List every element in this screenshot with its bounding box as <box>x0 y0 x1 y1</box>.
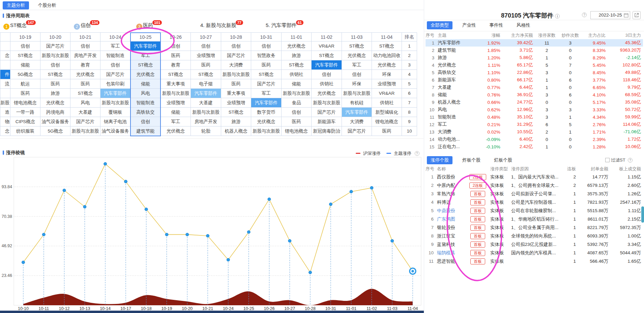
concept-cell[interactable]: 念 <box>0 126 10 136</box>
concept-cell[interactable]: 医药 <box>10 89 40 98</box>
concept-cell[interactable]: 军工 <box>161 117 191 126</box>
concept-cell[interactable]: ST概念 <box>312 51 342 60</box>
column-header[interactable]: 排名 <box>402 33 417 41</box>
stock-col-header[interactable]: 涨停类型 <box>489 165 510 173</box>
concept-cell[interactable]: 信创 <box>130 117 161 126</box>
concept-cell[interactable]: 纺织服装 <box>10 126 40 136</box>
concept-cell[interactable]: 环保 <box>372 70 402 79</box>
concept-cell[interactable]: 食品 <box>282 98 312 108</box>
concept-cell[interactable]: ST概念 <box>282 60 312 70</box>
concept-cell[interactable]: 储能 <box>161 108 191 117</box>
column-header[interactable]: 10-31 <box>251 33 282 41</box>
concept-cell[interactable]: 医药 <box>221 79 251 89</box>
concept-cell[interactable]: 国产芯片 <box>251 79 282 89</box>
concept-cell[interactable]: 信创 <box>282 108 312 117</box>
concept-cell[interactable]: 国产芯片 <box>100 70 130 79</box>
concept-cell[interactable]: 信创 <box>161 41 191 51</box>
stock-name-cell[interactable]: 思进智能 <box>436 257 467 265</box>
data-marker[interactable] <box>206 234 209 237</box>
data-marker[interactable] <box>268 198 271 201</box>
column-header[interactable]: 10-28 <box>221 33 251 41</box>
type-tab-2[interactable]: 产业性 <box>459 21 480 29</box>
theme-row[interactable]: 4光伏概念1.11%65.17亿575.45%102.80亿 <box>426 61 643 69</box>
tab-stock-analysis[interactable]: 个股分析 <box>34 1 60 9</box>
concept-cell[interactable]: CIPS概念 <box>10 117 40 126</box>
concept-cell[interactable]: ST概念 <box>10 51 40 60</box>
tab-theme-analysis[interactable]: 主题分析 <box>3 1 29 9</box>
theme-row[interactable]: 2建筑节能1.85%3.71亿208.33%9363.20万 <box>426 47 643 54</box>
concept-cell[interactable]: 信创 <box>312 70 342 79</box>
stock-tab-3[interactable]: 烂板个股 <box>490 156 516 164</box>
concept-cell[interactable]: 油气设备服务 <box>40 117 70 126</box>
concept-cell[interactable]: 信创 <box>221 41 251 51</box>
stock-col-header[interactable] <box>467 165 489 173</box>
column-header[interactable]: 11-02 <box>312 33 342 41</box>
stock-name-cell[interactable]: 浙江世宝 <box>436 232 467 240</box>
concept-cell[interactable]: 医药 <box>40 79 70 89</box>
concept-cell[interactable]: 业绩预增 <box>372 79 402 89</box>
column-header[interactable]: 11-04 <box>372 33 402 41</box>
column-header[interactable]: 10-20 <box>40 33 70 41</box>
concept-cell[interactable]: 动力电池回收 <box>372 51 402 60</box>
theme-row[interactable]: 12军工0.21%31.29亿652.76%114.06亿 <box>426 121 643 128</box>
stock-name-cell[interactable]: 常熟汽饰 <box>436 190 467 198</box>
concept-cell[interactable]: 大基建 <box>191 98 221 108</box>
filter-st-checkbox[interactable]: 过滤ST ? <box>605 157 633 163</box>
concept-cell[interactable]: 光伏概念 <box>312 89 342 98</box>
concept-cell[interactable]: 信创 <box>100 60 130 70</box>
concept-cell[interactable]: 业绩预增 <box>191 51 221 60</box>
theme-col-header[interactable]: 涨幅 <box>480 32 502 39</box>
concept-cell[interactable]: 新股与次新股 <box>251 126 282 136</box>
concept-cell[interactable]: 油气设备服务 <box>100 126 130 136</box>
concept-cell[interactable]: 建筑节能 <box>130 126 161 136</box>
checkbox-icon[interactable] <box>605 158 610 162</box>
concept-cell[interactable]: 国产芯片 <box>312 108 342 117</box>
concept-cell[interactable]: 高铁轨交 <box>130 108 161 117</box>
concept-cell[interactable]: 信创 <box>342 70 372 79</box>
stock-col-header[interactable]: 封单金额 <box>578 165 610 173</box>
date-picker[interactable]: 2022-10-25 <box>590 11 630 19</box>
concept-cell[interactable]: 供销社 <box>312 79 342 89</box>
concept-cell[interactable]: 医药 <box>372 126 402 136</box>
rank-cell[interactable]: 8 <box>402 108 417 117</box>
concept-cell[interactable]: 新股 <box>0 98 10 108</box>
theme-row[interactable]: 13大消费0.02%10.55亿211.71%-71.06亿 <box>426 128 643 136</box>
concept-cell[interactable]: 汽车零部件 <box>312 60 342 70</box>
concept-cell[interactable]: 大基建 <box>70 108 100 117</box>
concept-cell[interactable]: 光伏概念 <box>372 60 402 70</box>
concept-cell[interactable]: 新股与次新股 <box>100 98 130 108</box>
concept-cell[interactable]: 新能源车 <box>312 117 342 126</box>
concept-cell[interactable]: ST概念 <box>251 70 282 79</box>
data-marker[interactable] <box>227 258 230 261</box>
rank-cell[interactable]: 1 <box>402 41 417 51</box>
concept-cell[interactable]: 教育 <box>161 60 191 70</box>
stock-name-cell[interactable]: 蓝黛科技 <box>436 240 467 249</box>
concept-cell[interactable]: ST概念 <box>342 41 372 51</box>
concept-cell[interactable]: 新股与次新股 <box>221 70 251 79</box>
concept-cell[interactable]: ST概念 <box>40 70 70 79</box>
stock-row[interactable]: 6广东鸿图首板实体板1、华南地区铝压铸行...18611.01万2.15亿 <box>426 215 643 223</box>
stock-row[interactable]: 10瑞鹄模具首板实体板国内领先的汽车模具...14087.65万5044.49万 <box>426 249 643 257</box>
type-tab-4[interactable]: 风格性 <box>513 21 534 29</box>
concept-cell[interactable] <box>0 41 10 51</box>
theme-row[interactable]: 15泛在电力...-0.10%2.42亿101.28%10.06亿 <box>426 143 643 150</box>
column-header[interactable]: 10-25 <box>130 33 161 41</box>
concept-cell[interactable]: 大消费 <box>221 60 251 70</box>
info-icon[interactable]: i <box>555 14 560 19</box>
concept-cell[interactable]: 信创 <box>191 41 221 51</box>
type-tab-3[interactable]: 事件性 <box>486 21 507 29</box>
concept-cell[interactable]: 新股与次新股 <box>70 126 100 136</box>
concept-cell[interactable]: 重大事项 <box>221 89 251 98</box>
column-header[interactable]: 10-19 <box>10 33 40 41</box>
data-marker[interactable] <box>165 233 168 236</box>
concept-cell[interactable]: 锂电池概念 <box>372 117 402 126</box>
concept-cell[interactable]: 锂电池概念 <box>282 126 312 136</box>
concept-cell[interactable]: 新股与次新股 <box>342 89 372 98</box>
concept-header-2[interactable]: 2信创134 <box>74 20 99 29</box>
concept-cell[interactable]: 风电 <box>130 89 161 98</box>
concept-cell[interactable]: 航运 <box>10 79 40 89</box>
concept-cell[interactable]: 新股与次新股 <box>40 51 70 60</box>
stock-name-cell[interactable]: 中鼎股份 <box>436 206 467 215</box>
concept-cell[interactable]: 机器人概念 <box>221 126 251 136</box>
concept-cell[interactable]: 汽车零部件 <box>342 108 372 117</box>
